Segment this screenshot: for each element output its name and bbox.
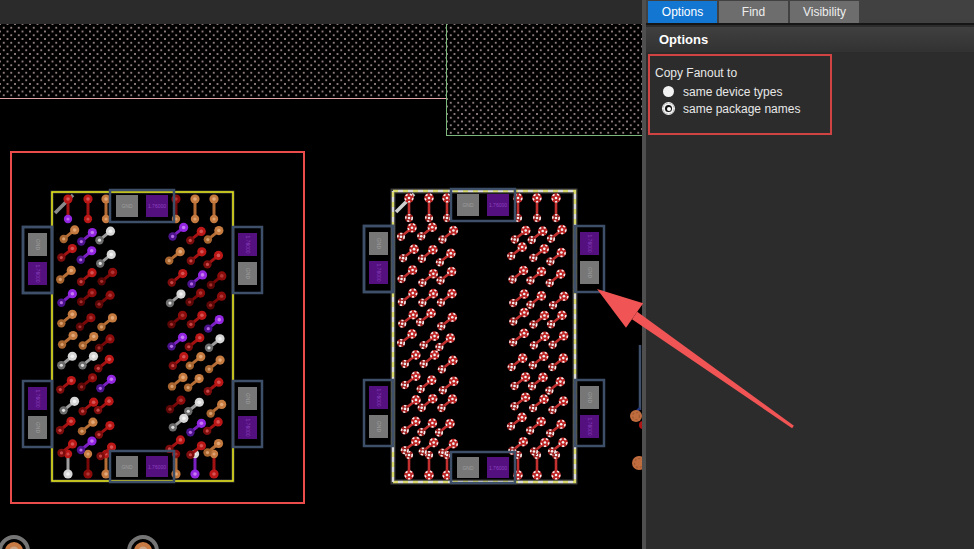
panel-header: Options	[646, 27, 974, 53]
decoupling-cap-group: GND1.76000	[451, 189, 515, 221]
svg-text:GND: GND	[121, 464, 133, 470]
svg-text:GND: GND	[35, 422, 41, 434]
copy-fanout-options: same device typessame package names	[655, 85, 800, 115]
tab-visibility[interactable]: Visibility	[790, 1, 859, 23]
svg-text:1.76000: 1.76000	[489, 465, 507, 471]
tab-find[interactable]: Find	[719, 1, 788, 23]
svg-text:1.76000: 1.76000	[376, 388, 382, 406]
panel-title: Options	[659, 32, 708, 47]
svg-text:GND: GND	[462, 202, 474, 208]
decoupling-cap-group: 1.76000GND	[364, 380, 393, 446]
svg-text:GND: GND	[35, 239, 41, 251]
svg-text:GND: GND	[462, 465, 474, 471]
svg-text:GND: GND	[245, 393, 251, 405]
decoupling-cap-group: GND1.76000	[233, 381, 262, 447]
svg-text:1.76000: 1.76000	[587, 234, 593, 252]
panel-body: Copy Fanout to same device typessame pac…	[646, 52, 974, 549]
svg-text:1.76000: 1.76000	[148, 203, 166, 209]
svg-text:GND: GND	[587, 392, 593, 404]
svg-text:1.76000: 1.76000	[148, 464, 166, 470]
copy-fanout-group: Copy Fanout to same device typessame pac…	[655, 66, 800, 119]
svg-text:1.76000: 1.76000	[587, 417, 593, 435]
svg-text:1.76000: 1.76000	[489, 202, 507, 208]
decoupling-cap-group: 1.76000GND	[233, 227, 262, 293]
mounting-hole	[0, 537, 28, 549]
decoupling-cap-group: GND1.76000	[110, 451, 174, 482]
radio-label[interactable]: same package names	[683, 102, 800, 116]
decoupling-cap-group: 1.76000GND	[23, 381, 52, 447]
options-panel: OptionsFindVisibility Options Copy Fanou…	[646, 0, 974, 549]
svg-text:1.76000: 1.76000	[245, 418, 251, 436]
radio-row-0[interactable]: same device types	[663, 85, 800, 98]
mounting-hole	[129, 537, 157, 549]
decoupling-cap-group: 1.76000GND	[575, 226, 604, 292]
decoupling-cap-group: GND1.76000	[23, 227, 52, 293]
radio-label[interactable]: same device types	[683, 85, 782, 99]
decoupling-cap-group: GND1.76000	[110, 190, 174, 222]
copy-fanout-label: Copy Fanout to	[655, 66, 800, 80]
tab-options[interactable]: Options	[648, 1, 717, 23]
svg-text:1.76000: 1.76000	[35, 264, 41, 282]
panel-tabs: OptionsFindVisibility	[646, 0, 974, 25]
svg-text:1.76000: 1.76000	[376, 263, 382, 281]
radio-unselected[interactable]	[663, 86, 674, 97]
component-bga-right[interactable]	[393, 191, 575, 482]
svg-text:GND: GND	[376, 238, 382, 250]
svg-text:1.76000: 1.76000	[35, 389, 41, 407]
decoupling-cap-group: GND1.76000	[364, 226, 393, 292]
decoupling-cap-group: GND1.76000	[451, 452, 515, 483]
svg-text:GND: GND	[587, 267, 593, 279]
svg-text:GND: GND	[121, 203, 133, 209]
pcb-canvas[interactable]: GND1.76000GND1.760001.76000GND1.76000GND…	[0, 0, 643, 549]
radio-selected[interactable]	[663, 103, 674, 114]
svg-text:GND: GND	[376, 421, 382, 433]
decoupling-cap-group: GND1.76000	[575, 380, 604, 446]
app-window: GND1.76000GND1.760001.76000GND1.76000GND…	[0, 0, 974, 549]
svg-text:1.76000: 1.76000	[245, 235, 251, 253]
radio-row-1[interactable]: same package names	[663, 102, 800, 115]
svg-text:GND: GND	[245, 268, 251, 280]
pcb-artwork: GND1.76000GND1.760001.76000GND1.76000GND…	[0, 0, 643, 549]
